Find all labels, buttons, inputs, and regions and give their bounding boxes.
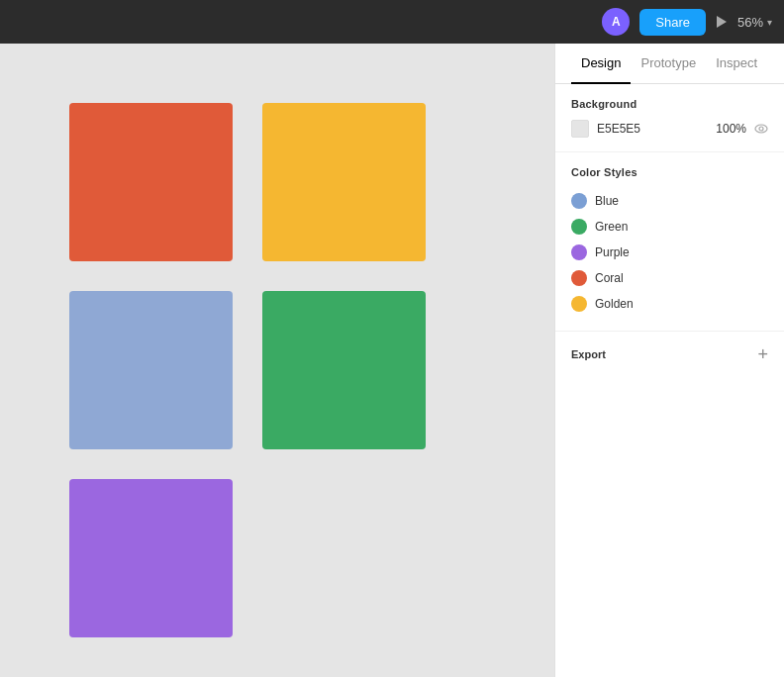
panel-tabs: Design Prototype Inspect [555,44,784,84]
green-square [262,291,426,449]
export-title: Export [571,348,606,360]
play-icon [716,15,728,29]
canvas [0,44,554,677]
play-button[interactable] [716,15,728,29]
golden-label: Golden [595,297,634,311]
background-swatch[interactable] [571,120,589,138]
main-area: Design Prototype Inspect Background E5E5… [0,44,784,677]
green-label: Green [595,220,628,234]
color-style-golden[interactable]: Golden [571,291,768,317]
svg-marker-0 [717,16,727,28]
purple-label: Purple [595,245,630,259]
zoom-control[interactable]: 56% ▾ [737,15,772,30]
visibility-icon[interactable] [754,122,768,137]
color-styles-section: Color Styles Blue Green Purple Coral Gol… [555,152,784,332]
color-style-green[interactable]: Green [571,214,768,240]
tab-prototype[interactable]: Prototype [631,44,706,84]
background-title: Background [571,98,768,110]
purple-square [69,479,233,637]
blue-square [69,291,233,449]
topbar: A Share 56% ▾ [0,0,784,44]
tab-design[interactable]: Design [571,44,631,84]
color-squares-grid [69,103,426,637]
blue-label: Blue [595,194,619,208]
right-panel: Design Prototype Inspect Background E5E5… [554,44,784,677]
coral-square [69,103,233,261]
color-style-purple[interactable]: Purple [571,240,768,265]
avatar: A [602,8,630,36]
background-section: Background E5E5E5 100% [555,84,784,152]
blue-dot [571,193,587,209]
background-opacity: 100% [716,122,746,136]
tab-inspect[interactable]: Inspect [706,44,767,84]
color-styles-title: Color Styles [571,166,768,178]
color-style-coral[interactable]: Coral [571,265,768,291]
empty-square [262,479,426,637]
coral-label: Coral [595,271,624,285]
color-style-blue[interactable]: Blue [571,188,768,214]
background-hex: E5E5E5 [597,122,708,136]
golden-dot [571,296,587,312]
golden-square [262,103,426,261]
svg-point-1 [755,125,767,133]
svg-point-2 [759,127,763,131]
coral-dot [571,270,587,286]
add-export-icon[interactable]: + [757,345,768,363]
export-section: Export + [555,332,784,377]
purple-dot [571,244,587,260]
chevron-down-icon: ▾ [767,17,772,28]
background-row: E5E5E5 100% [571,120,768,138]
share-button[interactable]: Share [639,9,706,36]
green-dot [571,219,587,235]
